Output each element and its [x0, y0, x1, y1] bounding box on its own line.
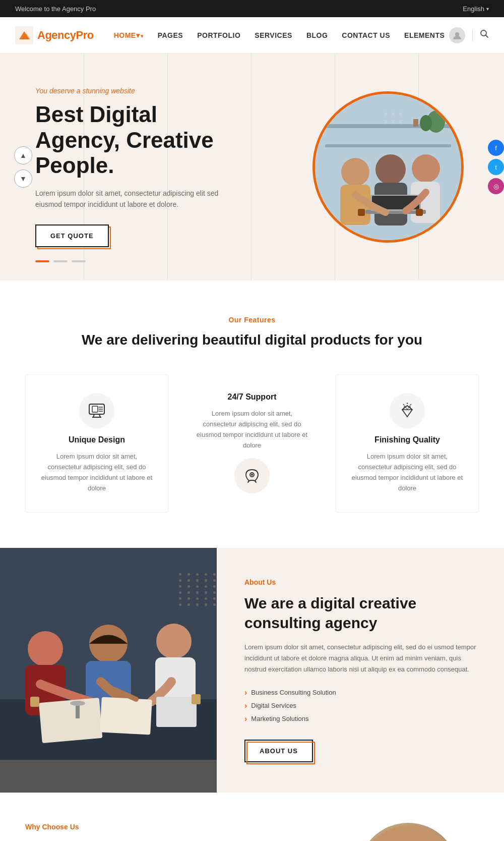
diamond-icon	[398, 402, 416, 420]
site-header: AgencyPro HOME▾ PAGES PORTFOLIO SERVICES…	[0, 17, 504, 53]
about-title: We are a digital creative consulting age…	[244, 593, 476, 633]
divider	[472, 30, 473, 41]
why-content: Why Choose Us We are a digital innovatio…	[25, 823, 318, 841]
slider-dots	[35, 260, 86, 262]
svg-rect-58	[192, 694, 201, 704]
feature-title-design: Unique Design	[69, 435, 125, 444]
person-illustration	[360, 825, 456, 841]
about-list-item-2: Digital Services	[244, 699, 476, 712]
person-portrait	[358, 823, 459, 841]
quality-icon-wrap	[390, 393, 425, 428]
hero-section: ▲ ▼ You deserve a stunning website Best …	[0, 53, 504, 281]
nav-services[interactable]: SERVICES	[255, 31, 292, 39]
svg-point-11	[399, 113, 402, 116]
dot-pattern	[179, 573, 217, 606]
svg-rect-55	[100, 697, 152, 735]
about-image	[0, 548, 217, 793]
nav-home[interactable]: HOME▾	[114, 31, 144, 39]
svg-point-12	[384, 120, 387, 123]
nav-portfolio[interactable]: PORTFOLIO	[197, 31, 240, 39]
svg-point-35	[251, 474, 253, 476]
svg-rect-30	[92, 406, 98, 412]
about-description: Lorem ipsum dolor sit amet, consectetur …	[244, 642, 476, 675]
svg-point-14	[399, 120, 402, 123]
feature-desc-support: Lorem ipsum dolor sit amet, consectetur …	[195, 409, 309, 451]
monitor-icon	[88, 402, 106, 420]
hands-icon	[243, 467, 261, 485]
about-list-item-3: Marketing Solutions	[244, 712, 476, 725]
feature-title-support: 24/7 Support	[228, 393, 277, 402]
language-selector[interactable]: English ▾	[463, 5, 489, 13]
why-section: Why Choose Us We are a digital innovatio…	[0, 793, 504, 841]
social-sidebar: f t ◎	[488, 140, 504, 194]
search-button[interactable]	[480, 29, 489, 41]
why-image	[338, 823, 479, 841]
hero-subtitle: You deserve a stunning website	[35, 87, 237, 95]
logo[interactable]: AgencyPro	[15, 26, 94, 44]
header-actions	[449, 27, 489, 43]
svg-rect-24	[358, 209, 365, 216]
hero-next-button[interactable]: ▼	[14, 170, 32, 188]
svg-rect-57	[30, 697, 39, 707]
svg-rect-54	[39, 697, 103, 743]
facebook-button[interactable]: f	[488, 140, 504, 156]
features-section: Our Features We are delivering beautiful…	[0, 281, 504, 548]
hero-navigation: ▲ ▼	[14, 146, 32, 188]
hero-image	[312, 91, 464, 243]
about-section: About Us We are a digital creative consu…	[0, 548, 504, 793]
svg-point-61	[360, 825, 456, 841]
features-label: Our Features	[25, 316, 479, 324]
support-icon-wrap	[234, 458, 270, 493]
svg-point-52	[156, 624, 192, 659]
svg-marker-39	[402, 406, 412, 417]
nav-pages[interactable]: PAGES	[158, 31, 183, 39]
features-grid: Unique Design Lorem ipsum dolor sit amet…	[25, 374, 479, 512]
svg-line-38	[403, 404, 404, 405]
dot-1[interactable]	[35, 260, 49, 262]
dot-2[interactable]	[53, 260, 68, 262]
svg-point-60	[70, 701, 85, 706]
chevron-down-icon: ▾	[486, 6, 489, 12]
feature-card-quality: Finishing Quality Lorem ipsum dolor sit …	[336, 374, 479, 512]
user-avatar[interactable]	[449, 27, 465, 43]
about-list: Business Consulting Solution Digital Ser…	[244, 686, 476, 725]
svg-rect-5	[325, 144, 451, 147]
logo-text: AgencyPro	[37, 29, 94, 42]
twitter-button[interactable]: t	[488, 159, 504, 175]
nav-elements[interactable]: ELEMENTS	[404, 31, 445, 39]
svg-point-15	[341, 158, 369, 186]
dot-3[interactable]	[72, 260, 86, 262]
svg-rect-25	[416, 209, 423, 216]
hero-description: Lorem ipsum dolor sit amet, consectetur …	[35, 188, 237, 210]
feature-desc-quality: Lorem ipsum dolor sit amet, consectetur …	[350, 452, 464, 493]
feature-title-quality: Finishing Quality	[374, 435, 440, 444]
svg-point-19	[412, 154, 440, 183]
about-cta-button[interactable]: ABOUT US	[244, 740, 313, 762]
svg-point-48	[28, 631, 63, 666]
main-nav: HOME▾ PAGES PORTFOLIO SERVICES BLOG CONT…	[114, 31, 449, 39]
about-content: About Us We are a digital creative consu…	[217, 548, 504, 793]
instagram-button[interactable]: ◎	[488, 178, 504, 194]
svg-rect-8	[413, 119, 418, 127]
svg-point-9	[384, 113, 387, 116]
why-label: Why Choose Us	[25, 823, 318, 831]
design-icon-wrap	[79, 393, 114, 428]
nav-blog[interactable]: BLOG	[306, 31, 328, 39]
hero-cta-button[interactable]: GET QUOTE	[35, 225, 109, 247]
feature-card-support: 24/7 Support Lorem ipsum dolor sit amet,…	[180, 374, 324, 512]
svg-point-10	[392, 113, 395, 116]
svg-rect-56	[156, 697, 197, 727]
svg-point-17	[375, 154, 406, 185]
hero-content: You deserve a stunning website Best Digi…	[35, 87, 237, 247]
about-list-item-1: Business Consulting Solution	[244, 686, 476, 699]
hero-people-illustration	[315, 94, 461, 240]
why-title: We are a digital innovation	[25, 838, 318, 841]
features-title: We are delivering beautiful digital prod…	[25, 331, 479, 349]
svg-point-1	[455, 32, 459, 36]
hero-prev-button[interactable]: ▲	[14, 146, 32, 164]
hero-title: Best Digital Agency, Creative People.	[35, 102, 237, 179]
welcome-text: Welcome to the Agency Pro	[15, 5, 96, 13]
nav-contact[interactable]: CONTACT US	[342, 31, 390, 39]
about-label: About Us	[244, 578, 476, 586]
top-bar: Welcome to the Agency Pro English ▾	[0, 0, 504, 17]
